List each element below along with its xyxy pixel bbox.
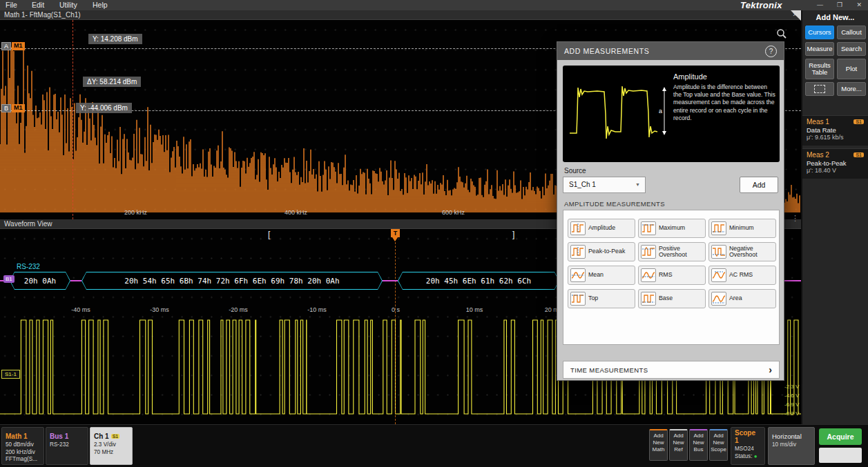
time-tick: -40 ms: [69, 306, 93, 313]
add-new-scope-button[interactable]: Add New Scope: [709, 429, 728, 461]
add-measurements-dialog: ADD MEASUREMENTS ? a Amplitude Amplitude…: [557, 41, 784, 381]
sidebar-title: Add New...: [802, 13, 868, 21]
button-label: Measure: [807, 46, 833, 52]
add-results-table-button[interactable]: Results Table: [805, 59, 834, 79]
measurement-maximum-button[interactable]: Maximum: [638, 219, 706, 238]
measurement-peak-to-peak-button[interactable]: Peak-to-Peak: [568, 242, 635, 261]
horizontal-badge[interactable]: Horizontal 10 ms/div: [768, 427, 815, 465]
measurement-minimum-button[interactable]: Minimum: [708, 219, 776, 238]
meas1-result-badge[interactable]: Meas 1 S1 Data Rate μ': 9.615 kb/s: [802, 115, 868, 146]
trigger-position-line[interactable]: [395, 239, 396, 424]
add-measure-button[interactable]: Measure: [805, 42, 834, 56]
acquire-button[interactable]: Acquire: [819, 428, 862, 445]
measurement-base-button[interactable]: Base: [638, 289, 706, 308]
source-s1-1-badge[interactable]: S1-1: [1, 370, 20, 379]
meas-source-chip: S1: [853, 119, 864, 124]
voltage-tick: -6.9 V: [784, 401, 799, 408]
close-icon[interactable]: ✕: [856, 1, 862, 8]
settings-bar: Math 1 50 dBm/div 200 kHz/div FFTmag(S..…: [0, 424, 868, 467]
add-new-math-button[interactable]: Add New Math: [649, 429, 668, 461]
draw-a-box-button[interactable]: [805, 82, 834, 96]
draw-a-box-icon: [814, 85, 825, 93]
mean-icon: [570, 268, 586, 282]
measurement-negative-overshoot-button[interactable]: Negative Overshoot: [708, 242, 776, 261]
view-splitter-handle[interactable]: ⋮: [791, 214, 799, 223]
cursor-a-readout: Y: 14.208 dBm: [88, 34, 142, 44]
menu-file[interactable]: File: [6, 1, 17, 9]
math1-badge[interactable]: Math 1 50 dBm/div 200 kHz/div FFTmag(S..…: [1, 427, 44, 465]
add-new-bus-button[interactable]: Add New Bus: [689, 429, 708, 461]
freq-tick-200khz: 200 kHz: [124, 209, 147, 216]
measurement-label: AC RMS: [729, 272, 753, 278]
minimize-icon[interactable]: —: [817, 1, 823, 8]
cursor-delta-readout: ΔY: 58.214 dBm: [83, 77, 141, 87]
dialog-title-bar[interactable]: ADD MEASUREMENTS ?: [557, 42, 784, 60]
waveform-view-title: Waveform View: [4, 220, 52, 228]
button-line: Add: [650, 433, 667, 439]
badge-line: 200 kHz/div: [6, 449, 40, 457]
maximize-icon[interactable]: ❐: [837, 1, 842, 8]
meas-type: Data Rate: [807, 126, 864, 134]
button-line: Add: [670, 433, 687, 439]
time-measurements-section[interactable]: TIME MEASUREMENTS ›: [563, 361, 780, 379]
measurement-positive-overshoot-button[interactable]: Positive Overshoot: [638, 242, 706, 261]
math-view-title: Math 1- FftMag(S1_Ch1): [4, 11, 81, 19]
meas2-result-badge[interactable]: Meas 2 S1 Peak-to-Peak μ': 18.40 V: [802, 148, 868, 179]
bus1-badge[interactable]: B1: [3, 275, 15, 283]
button-label: Callout: [841, 29, 862, 36]
measurement-label: Positive Overshoot: [659, 246, 703, 258]
help-icon[interactable]: ?: [765, 46, 777, 57]
source-select-value: S1_Ch 1: [569, 181, 596, 188]
bus1-settings-badge[interactable]: Bus 1 RS-232: [46, 427, 88, 465]
source-select[interactable]: S1_Ch 1 ▼: [563, 177, 646, 193]
measurement-amplitude-button[interactable]: Amplitude: [568, 219, 635, 238]
menu-edit[interactable]: Edit: [32, 1, 44, 9]
bus-type-label: RS-232: [17, 263, 40, 270]
trigger-arrow-icon: [392, 237, 398, 241]
zoom-icon[interactable]: [776, 28, 787, 39]
menu-help[interactable]: Help: [93, 1, 108, 9]
trigger-marker[interactable]: T: [391, 229, 400, 237]
scope1-badge[interactable]: Scope 1 MSO24 Status: ●: [731, 427, 765, 465]
peak-to-peak-icon: [570, 245, 586, 259]
view-corner-fold[interactable]: [791, 10, 801, 21]
vertical-cursor-line[interactable]: [73, 20, 73, 219]
add-search-button[interactable]: Search: [837, 42, 866, 56]
meas-badge-name: Meas 1: [807, 118, 829, 126]
add-measurement-button[interactable]: Add: [740, 177, 778, 193]
measurement-rms-button[interactable]: RMS: [638, 266, 706, 285]
time-measurements-label: TIME MEASUREMENTS: [570, 366, 648, 374]
meas-value: μ': 18.40 V: [807, 167, 864, 174]
button-line: Ref: [670, 446, 687, 453]
tekscope-app: File Edit Utility Help Tektronix — ❐ ✕ M…: [0, 0, 868, 467]
add-plot-button[interactable]: Plot: [837, 59, 866, 79]
amplitude-measurements-panel: Amplitude Maximum Minimum Peak-to-Peak P…: [563, 210, 780, 345]
more-button[interactable]: More...: [837, 82, 866, 96]
status-ok-icon: ●: [754, 453, 758, 459]
measurement-top-button[interactable]: Top: [568, 289, 635, 308]
measurement-mean-button[interactable]: Mean: [568, 266, 635, 285]
button-line: Add: [710, 433, 727, 439]
time-tick: -30 ms: [148, 306, 171, 313]
acquire-secondary-panel[interactable]: [819, 448, 862, 463]
add-new-ref-button[interactable]: Add New Ref: [669, 429, 688, 461]
time-tick: -10 ms: [305, 306, 329, 313]
badge-title: Bus 1: [50, 433, 68, 440]
menu-utility[interactable]: Utility: [59, 1, 77, 9]
add-cursors-button[interactable]: Cursors: [805, 26, 834, 39]
add-callout-button[interactable]: Callout: [837, 26, 866, 39]
measurement-area-button[interactable]: Area: [708, 289, 776, 308]
maximum-icon: [641, 221, 656, 235]
base-icon: [641, 292, 656, 306]
button-line: New: [710, 439, 727, 446]
ch1-badge[interactable]: Ch 1S1 2.3 V/div 70 MHz: [90, 427, 133, 465]
cursor-b-label: B: [1, 104, 11, 112]
measurement-ac-rms-button[interactable]: AC RMS: [708, 266, 776, 285]
measurement-label: Minimum: [729, 225, 754, 231]
badge-title: Scope 1: [735, 429, 761, 444]
negative-overshoot-icon: [711, 245, 726, 259]
badge-title: Math 1: [6, 433, 28, 440]
measurement-label: RMS: [659, 272, 673, 278]
bus-idle-line: [70, 280, 81, 281]
measurement-label: Maximum: [659, 225, 685, 231]
